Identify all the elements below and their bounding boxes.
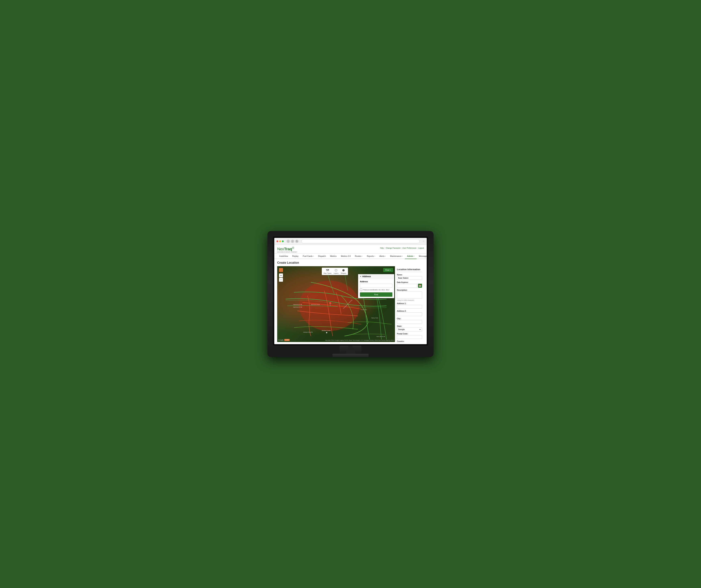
name-input[interactable]	[397, 276, 422, 280]
address-popup-title: Address	[362, 275, 371, 278]
google-watermark: Google 3.38.6	[278, 339, 290, 341]
help-link[interactable]: Help	[380, 247, 384, 249]
page-title: Create Location	[277, 261, 424, 264]
logo-area: NexTraq® A MICHELIN GROUP COMPANY	[277, 246, 297, 253]
refresh-button[interactable]: ↻	[295, 240, 298, 243]
city-label: City:	[397, 318, 422, 320]
address-field-label: Address	[360, 280, 393, 283]
address1-label: Address 1:	[397, 302, 422, 304]
back-button[interactable]: ‹	[287, 240, 290, 243]
street-view-icon[interactable]: 🚶	[279, 268, 283, 272]
fuel-cards-arrow: ▾	[313, 255, 314, 257]
map-type-bar: 🗺 Map Types ⬡ Layers ⬢	[322, 268, 348, 275]
map-types-button[interactable]: 🗺 Map Types	[323, 269, 331, 274]
nav-fuel-cards[interactable]: Fuel Cards ▾	[301, 254, 316, 259]
state-group: State: Georgia	[397, 325, 422, 331]
map-controls: 🚶 + −	[279, 268, 283, 282]
city-input[interactable]	[397, 320, 422, 324]
logo-subtitle: A MICHELIN GROUP COMPANY	[277, 251, 297, 253]
zoom-in-button[interactable]: +	[279, 273, 283, 277]
map-marker: 📍	[328, 302, 332, 306]
nav-instaview[interactable]: InstaView	[277, 254, 290, 259]
map-container[interactable]: Hammond Dr NE Hammond Dr NE Hammond Dr N…	[277, 266, 395, 342]
browser-nav: ‹ › ↻	[287, 240, 298, 243]
minimize-button[interactable]	[279, 240, 281, 242]
address-collapse-icon: ▼	[360, 276, 362, 277]
stand-svg	[340, 346, 361, 355]
coords-checkbox[interactable]	[360, 289, 362, 291]
nav-metrics[interactable]: Metrics	[328, 254, 338, 259]
screen: ‹ › ↻ ☆ NexTraq® A MICHELIN GR	[274, 238, 427, 344]
nav-maintenance[interactable]: Maintenance ▾	[388, 254, 405, 259]
calendar-button[interactable]: 📅	[418, 284, 422, 288]
nav-replay[interactable]: Replay	[290, 254, 301, 259]
svg-text:Dunwoody: Dunwoody	[361, 309, 367, 310]
bookmark-icon[interactable]: ☆	[423, 240, 425, 243]
sep1: |	[385, 247, 385, 249]
postal-code-label: Postal Code:	[397, 333, 422, 335]
nav-fuel-cards-label: Fuel Cards	[303, 255, 312, 257]
app-content: NexTraq® A MICHELIN GROUP COMPANY Help |…	[274, 245, 427, 344]
description-textarea[interactable]	[397, 291, 422, 299]
nav-dispatch[interactable]: Dispatch	[316, 254, 328, 259]
svg-text:Medical Center: Medical Center	[322, 330, 331, 331]
address2-group: Address 2:	[397, 310, 422, 316]
shapes-label: Shapes	[340, 272, 346, 274]
nav-reports[interactable]: Reports ▾	[365, 254, 377, 259]
find-button-area: Find +	[383, 268, 393, 272]
address-popup: ▼ Address Address	[358, 274, 394, 298]
maximize-button[interactable]	[282, 240, 284, 242]
user-preferences-link[interactable]: User Preferences	[402, 247, 416, 249]
monitor-base	[273, 354, 428, 357]
nav-messages[interactable]: Messages ▾	[417, 254, 427, 259]
close-button[interactable]	[276, 240, 278, 242]
name-field-group: Name:	[397, 274, 422, 280]
address-bar[interactable]	[301, 239, 420, 243]
layers-button[interactable]: ⬡ Layers	[333, 269, 338, 274]
map-satellite: Hammond Dr NE Hammond Dr NE Hammond Dr N…	[277, 266, 395, 342]
date-expires-input[interactable]	[397, 284, 417, 288]
nav-routes-label: Routes	[355, 255, 361, 257]
find-submit-button[interactable]: Find	[360, 292, 393, 297]
state-select[interactable]: Georgia	[397, 328, 422, 331]
address1-group: Address 1:	[397, 302, 422, 309]
logout-link[interactable]: Logout	[418, 247, 424, 249]
nav-admin[interactable]: Admin ▾	[405, 254, 417, 259]
google-text: Google	[278, 339, 283, 341]
nav-alerts-label: Alerts	[380, 255, 385, 257]
sep3: |	[417, 247, 418, 249]
browser-chrome: ‹ › ↻ ☆	[274, 238, 427, 245]
nav-routes[interactable]: Routes ▾	[353, 254, 365, 259]
screen-bezel: ‹ › ↻ ☆ NexTraq® A MICHELIN GR	[273, 236, 428, 346]
forward-button[interactable]: ›	[291, 240, 294, 243]
postal-code-input[interactable]	[397, 335, 422, 339]
city-group: City:	[397, 318, 422, 324]
char-count: Using 0 of 1000 characters	[397, 299, 422, 301]
nav-alerts[interactable]: Alerts ▾	[377, 254, 388, 259]
address-input[interactable]	[360, 284, 393, 288]
logo-traq: Traq	[284, 247, 292, 251]
maintenance-arrow: ▾	[402, 255, 403, 257]
svg-text:Hammond Dr NE: Hammond Dr NE	[311, 304, 320, 305]
nav-metrics-20[interactable]: Metrics 2.0	[339, 254, 353, 259]
nav-metrics-20-label: Metrics 2.0	[341, 255, 351, 257]
nav-dispatch-label: Dispatch	[318, 255, 326, 257]
svg-text:⬤: ⬤	[326, 332, 327, 333]
monitor-stand	[273, 346, 428, 355]
logo: NexTraq®	[277, 246, 297, 251]
find-map-button[interactable]: Find +	[383, 268, 393, 272]
address1-input[interactable]	[397, 305, 422, 309]
coords-checkbox-row: Treat as coordinates. Ex: 33.9, -84.3	[360, 289, 393, 291]
monitor: ‹ › ↻ ☆ NexTraq® A MICHELIN GR	[267, 231, 434, 357]
header-links: Help | Change Password | User Preference…	[380, 247, 424, 249]
state-label: State:	[397, 325, 422, 327]
address2-input[interactable]	[397, 312, 422, 316]
nav-admin-label: Admin	[407, 255, 413, 257]
sidebar-panel: Location Information Name: Date Expires:…	[395, 266, 424, 342]
change-password-link[interactable]: Change Password	[386, 247, 401, 249]
shapes-button[interactable]: ⬢ Shapes	[340, 269, 346, 274]
description-group: Description: Using 0 of 1000 characters	[397, 289, 422, 301]
postal-code-group: Postal Code:	[397, 333, 422, 339]
zoom-out-button[interactable]: −	[279, 278, 283, 282]
sep2: |	[401, 247, 402, 249]
